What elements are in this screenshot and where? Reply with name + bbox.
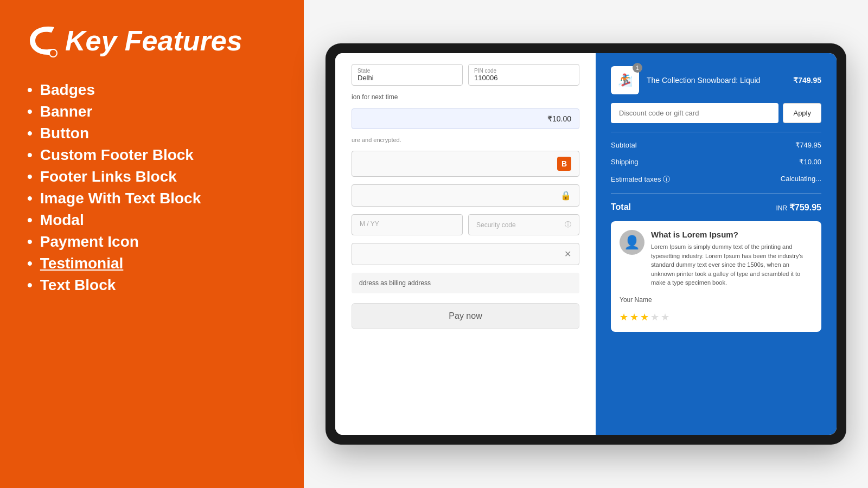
testimonial-header: 👤 What is Lorem Ipsum? Lorem Ipsum is si… <box>620 230 813 287</box>
right-panel: State Delhi PIN code 110006 ion for next… <box>304 0 868 488</box>
shipping-row: Shipping ₹10.00 <box>611 158 821 166</box>
save-for-next-row: ion for next time <box>352 93 579 101</box>
star-1: ★ <box>620 311 628 323</box>
subtotal-value: ₹749.95 <box>795 141 821 149</box>
expiry-placeholder: M / YY <box>360 220 379 228</box>
total-row: Total INR₹759.95 <box>611 202 821 213</box>
logo-title-area: Key Features <box>27 22 277 60</box>
shipping-amount: ₹10.00 <box>547 114 571 123</box>
feature-item-badges[interactable]: Badges <box>27 81 277 99</box>
card-number-row[interactable]: B <box>352 151 579 177</box>
product-name: The Collection Snowboard: Liquid <box>647 76 786 85</box>
feature-item-text-block[interactable]: Text Block <box>27 277 277 294</box>
shipping-amount-row: ₹10.00 <box>352 108 579 129</box>
expiry-input[interactable]: M / YY <box>352 214 463 235</box>
feature-list: Badges Banner Button Custom Footer Block… <box>27 81 277 294</box>
pin-label: PIN code <box>474 68 573 74</box>
help-icon: ⓘ <box>565 220 571 229</box>
expiry-lock-row: 🔒 <box>352 184 579 207</box>
pay-now-button[interactable]: Pay now <box>352 303 579 329</box>
testimonial-author: Your Name <box>620 296 813 304</box>
feature-item-modal[interactable]: Modal <box>27 211 277 229</box>
clear-icon[interactable]: ✕ <box>564 249 571 259</box>
address-row: State Delhi PIN code 110006 <box>352 64 579 86</box>
state-label: State <box>358 68 457 74</box>
product-image: 🏂 1 <box>611 66 639 94</box>
security-label: Security code <box>476 221 516 229</box>
taxes-value: Calculating... <box>781 175 821 184</box>
feature-item-custom-footer-block[interactable]: Custom Footer Block <box>27 146 277 164</box>
star-2: ★ <box>630 311 639 323</box>
total-value: INR₹759.95 <box>776 202 821 213</box>
brand-logo-icon <box>27 22 60 60</box>
avatar-icon: 👤 <box>624 235 640 250</box>
apply-button[interactable]: Apply <box>783 103 821 123</box>
discount-input[interactable] <box>611 103 778 123</box>
feature-item-testimonial[interactable]: Testimonial <box>27 255 277 272</box>
total-prefix: INR <box>776 204 787 212</box>
device-screen: State Delhi PIN code 110006 ion for next… <box>335 53 837 435</box>
feature-item-payment-icon[interactable]: Payment Icon <box>27 233 277 251</box>
discount-row: Apply <box>611 103 821 123</box>
expiry-security-row: M / YY Security code ⓘ <box>352 214 579 235</box>
subtotal-label: Subtotal <box>611 141 637 149</box>
state-value: Delhi <box>358 74 457 82</box>
shipping-label: Shipping <box>611 158 639 166</box>
avatar: 👤 <box>620 230 644 255</box>
secure-text: ure and encrypted. <box>352 137 579 143</box>
taxes-row: Estimated taxes ⓘ Calculating... <box>611 175 821 184</box>
testimonial-text: Lorem Ipsum is simply dummy text of the … <box>651 242 813 287</box>
taxes-label: Estimated taxes ⓘ <box>611 175 670 184</box>
testimonial-title: What is Lorem Ipsum? <box>651 230 813 239</box>
feature-item-footer-links-block[interactable]: Footer Links Block <box>27 168 277 185</box>
feature-item-image-with-text-block[interactable]: Image With Text Block <box>27 190 277 207</box>
divider-1 <box>611 132 821 132</box>
name-row[interactable]: ✕ <box>352 243 579 265</box>
billing-text: ddress as billing address <box>359 279 431 287</box>
subtotal-row: Subtotal ₹749.95 <box>611 141 821 149</box>
feature-item-button[interactable]: Button <box>27 125 277 142</box>
save-text: ion for next time <box>352 93 398 101</box>
device-mockup: State Delhi PIN code 110006 ion for next… <box>326 43 846 445</box>
checkout-right: 🏂 1 The Collection Snowboard: Liquid ₹74… <box>596 53 837 435</box>
product-price: ₹749.95 <box>793 76 821 85</box>
product-icon: 🏂 <box>618 73 633 87</box>
lock-icon: 🔒 <box>560 190 571 201</box>
star-4: ★ <box>650 311 659 323</box>
product-row: 🏂 1 The Collection Snowboard: Liquid ₹74… <box>611 66 821 94</box>
star-rating: ★ ★ ★ ★ ★ <box>620 311 813 323</box>
pin-input[interactable]: PIN code 110006 <box>468 64 579 86</box>
billing-row: ddress as billing address <box>352 273 579 293</box>
security-input[interactable]: Security code ⓘ <box>468 214 579 235</box>
star-3: ★ <box>640 311 649 323</box>
svg-point-0 <box>49 49 57 57</box>
product-badge: 1 <box>633 63 642 73</box>
testimonial-content: What is Lorem Ipsum? Lorem Ipsum is simp… <box>651 230 813 287</box>
key-features-title: Key Features <box>65 27 242 55</box>
star-5: ★ <box>661 311 669 323</box>
total-label: Total <box>611 202 631 213</box>
checkout-left: State Delhi PIN code 110006 ion for next… <box>335 53 596 435</box>
feature-item-banner[interactable]: Banner <box>27 103 277 120</box>
testimonial-card: 👤 What is Lorem Ipsum? Lorem Ipsum is si… <box>611 221 821 332</box>
shipping-value: ₹10.00 <box>799 158 821 166</box>
b-badge-icon: B <box>557 157 571 171</box>
state-select[interactable]: State Delhi <box>352 64 463 86</box>
left-panel: Key Features Badges Banner Button Custom… <box>0 0 304 488</box>
divider-2 <box>611 193 821 194</box>
pin-value: 110006 <box>474 74 573 82</box>
